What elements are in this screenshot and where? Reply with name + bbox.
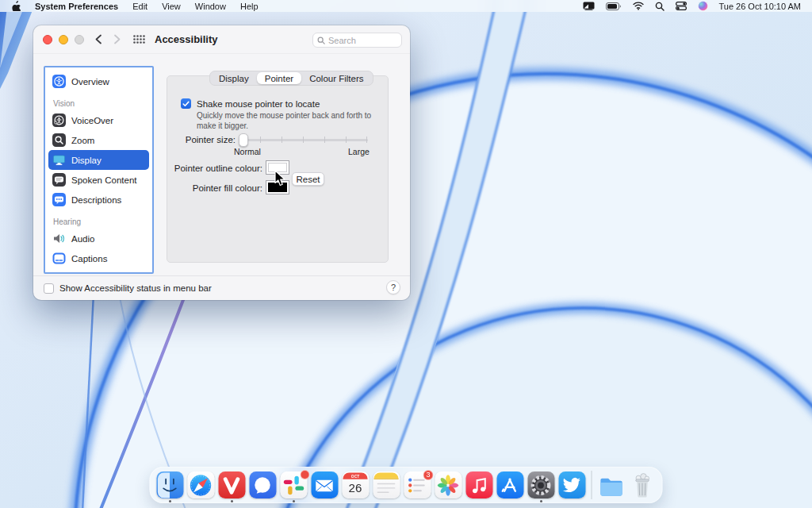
dock-signal-icon[interactable]	[247, 467, 278, 503]
tab-colour-filters[interactable]: Colour Filters	[301, 72, 371, 84]
sidebar-item-voiceover[interactable]: VoiceOver	[48, 110, 149, 130]
title-bar[interactable]: Accessibility	[33, 25, 410, 54]
sidebar-item-label: VoiceOver	[71, 116, 113, 125]
slider-knob[interactable]	[239, 133, 248, 147]
minimize-button[interactable]	[59, 35, 68, 44]
dock-separator	[592, 471, 592, 499]
menu-view[interactable]: View	[155, 0, 188, 12]
audio-speaker-icon	[52, 232, 66, 245]
show-status-label: Show Accessibility status in menu bar	[59, 283, 212, 293]
dock: OCT 26 3	[150, 467, 663, 503]
voiceover-icon	[52, 114, 66, 127]
dock-app-store-icon[interactable]	[495, 467, 526, 503]
menu-bar-clock[interactable]: Tue 26 Oct 10:10 AM	[714, 0, 806, 12]
sidebar-item-descriptions[interactable]: Descriptions	[48, 190, 149, 210]
pointer-size-label: Pointer size:	[167, 135, 236, 144]
dock-slack-icon[interactable]	[278, 467, 309, 503]
window-footer: Show Accessibility status in menu bar	[33, 275, 410, 300]
dock-calendar-icon[interactable]: OCT 26	[340, 467, 371, 503]
siri-icon[interactable]	[692, 0, 714, 12]
sidebar-item-captions[interactable]: Captions	[48, 248, 149, 268]
dock-trash-icon[interactable]	[627, 467, 658, 503]
show-all-grid-icon[interactable]	[133, 35, 145, 44]
zoom-button[interactable]	[75, 35, 84, 44]
sidebar-item-label: Captions	[71, 254, 107, 264]
battery-icon[interactable]	[600, 0, 627, 12]
wifi-icon[interactable]	[627, 0, 649, 12]
dock-finder-icon[interactable]	[155, 467, 186, 503]
back-button[interactable]	[95, 34, 102, 44]
apple-icon	[12, 1, 21, 11]
dock-vivaldi-icon[interactable]	[216, 467, 247, 503]
tab-pointer[interactable]: Pointer	[257, 72, 301, 84]
mouse-cursor	[274, 170, 286, 187]
calendar-month: OCT	[351, 475, 359, 479]
system-preferences-window: Accessibility Overview Vision VoiceOver …	[33, 25, 410, 300]
accessibility-overview-icon	[52, 75, 66, 88]
sidebar-item-spoken-content[interactable]: Spoken Content	[48, 170, 149, 190]
tab-display[interactable]: Display	[211, 72, 257, 84]
zoom-magnifier-icon	[52, 133, 66, 147]
pointer-size-slider[interactable]	[239, 132, 368, 148]
dock-photos-icon[interactable]	[433, 467, 464, 503]
sidebar-item-label: Audio	[71, 234, 94, 244]
sidebar-section-hearing: Hearing	[53, 217, 149, 226]
dock-notes-icon[interactable]	[371, 467, 402, 503]
search-field[interactable]	[312, 33, 402, 48]
search-icon	[317, 37, 325, 44]
dock-reminders-icon[interactable]: 3	[402, 467, 433, 503]
checkmark-icon	[182, 101, 190, 107]
pointer-fill-colour-label: Pointer fill colour:	[167, 183, 262, 193]
shake-pointer-checkbox[interactable]	[181, 98, 191, 109]
control-center-icon[interactable]	[670, 0, 692, 12]
pointer-outline-colour-label: Pointer outline colour:	[167, 164, 262, 173]
dock-mail-icon[interactable]	[309, 467, 340, 503]
menu-edit[interactable]: Edit	[125, 0, 155, 12]
sidebar-item-label: Zoom	[71, 136, 94, 145]
dock-system-preferences-icon[interactable]	[526, 467, 557, 503]
descriptions-icon	[52, 193, 66, 206]
help-button[interactable]: ?	[386, 280, 400, 294]
forward-button[interactable]	[113, 34, 121, 44]
window-title: Accessibility	[155, 33, 218, 45]
dock-safari-icon[interactable]	[186, 467, 216, 503]
dock-twitter-icon[interactable]	[557, 467, 588, 503]
reset-button[interactable]: Reset	[292, 172, 324, 186]
shake-pointer-label: Shake mouse pointer to locate	[197, 99, 320, 109]
display-monitor-icon	[52, 153, 66, 167]
slider-min-label: Normal	[234, 147, 261, 156]
calendar-day: 26	[349, 481, 362, 495]
dock-folder-icon[interactable]	[596, 467, 627, 503]
sidebar-item-label: Descriptions	[71, 195, 121, 205]
apple-menu[interactable]	[5, 1, 28, 11]
menu-help[interactable]: Help	[233, 0, 266, 12]
sidebar-item-label: Spoken Content	[71, 175, 136, 185]
pointer-panel: Shake mouse pointer to locate Quickly mo…	[167, 75, 389, 263]
tab-bar: Display Pointer Colour Filters	[209, 71, 373, 86]
sidebar-item-display[interactable]: Display	[48, 150, 149, 170]
menu-app-name[interactable]: System Preferences	[28, 0, 125, 12]
dock-music-icon[interactable]	[464, 467, 495, 503]
shake-pointer-description: Quickly move the mouse pointer back and …	[197, 111, 373, 131]
sidebar-item-overview[interactable]: Overview	[48, 71, 149, 91]
search-input[interactable]	[328, 36, 392, 45]
sidebar-item-zoom[interactable]: Zoom	[48, 130, 149, 150]
sidebar-item-audio[interactable]: Audio	[48, 229, 149, 248]
spoken-content-icon	[52, 173, 66, 187]
display-mirroring-icon[interactable]	[577, 0, 600, 12]
slider-max-label: Large	[348, 147, 370, 156]
sidebar-item-label: Overview	[71, 77, 109, 87]
close-button[interactable]	[43, 35, 52, 44]
sidebar: Overview Vision VoiceOver Zoom Display S	[44, 66, 154, 274]
show-status-checkbox[interactable]	[44, 283, 54, 294]
menu-bar: System Preferences Edit View Window Help…	[0, 0, 812, 12]
spotlight-icon[interactable]	[649, 0, 670, 12]
sidebar-item-label: Display	[71, 156, 102, 165]
menu-window[interactable]: Window	[188, 0, 233, 12]
captions-icon	[52, 252, 66, 265]
sidebar-section-vision: Vision	[53, 99, 149, 108]
